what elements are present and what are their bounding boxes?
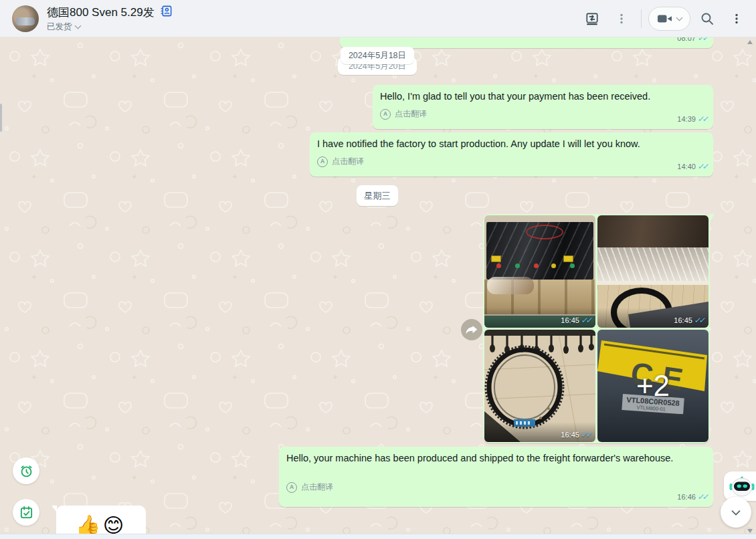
translate-label: 点击翻译 <box>332 155 364 168</box>
translate-label: 点击翻译 <box>395 108 427 120</box>
video-camera-icon <box>657 13 673 24</box>
message-time: 16:45 <box>561 316 579 324</box>
read-receipt-icon <box>580 316 591 325</box>
read-receipt-icon <box>696 37 708 45</box>
video-call-button[interactable] <box>648 7 690 31</box>
contact-avatar[interactable] <box>12 5 39 32</box>
translate-button[interactable]: 点击翻译 <box>317 155 364 168</box>
message-text: I have notified the factory to start pro… <box>317 138 706 150</box>
chevron-down-icon <box>74 23 81 29</box>
scrollbar-up-arrow[interactable] <box>747 40 753 44</box>
robot-icon <box>729 475 755 497</box>
date-separator-sticky: 2024年5月18日 <box>341 47 414 64</box>
main-menu-button[interactable] <box>724 6 749 31</box>
chat-status-label: 已发货 <box>47 21 72 33</box>
translate-button[interactable]: 点击翻译 <box>286 481 333 494</box>
translate-icon <box>380 109 391 120</box>
message-time: 08:07 <box>677 37 696 45</box>
chevron-down-icon <box>676 14 683 21</box>
assistant-robot-button[interactable] <box>724 471 756 501</box>
transfer-chat-button[interactable] <box>579 6 605 31</box>
message-bubble: I have notified the factory to start pro… <box>310 132 713 177</box>
search-button[interactable] <box>694 6 720 31</box>
translate-icon <box>286 482 297 493</box>
read-receipt-icon <box>696 160 708 173</box>
schedule-calendar-button[interactable] <box>13 499 39 526</box>
forward-message-button[interactable] <box>461 319 482 340</box>
message-list: 08:07 2024年5月20日 2024年5月18日 Hello, I'm g… <box>0 37 756 539</box>
chat-title: 德国800 Sven 5.29发 <box>47 5 155 20</box>
photo-thumbnail-machine[interactable]: 16:45 <box>484 215 595 328</box>
read-receipt-icon <box>696 491 708 504</box>
image-album-message: 16:45 16:45 <box>483 214 710 443</box>
message-text: Hello, I'm glad to tell you that your pa… <box>380 90 706 103</box>
forward-arrow-icon <box>466 324 478 335</box>
secondary-menu-button[interactable] <box>609 6 634 31</box>
read-receipt-icon <box>693 316 704 325</box>
message-time: 16:46 <box>677 491 696 504</box>
contact-info[interactable]: 德国800 Sven 5.29发 已发货 <box>47 5 173 33</box>
message-bubble: Hello, I'm glad to tell you that your pa… <box>373 85 713 129</box>
translate-button[interactable]: 点击翻译 <box>380 108 427 120</box>
scrollbar-down-arrow[interactable] <box>747 529 753 533</box>
translate-icon <box>317 156 328 167</box>
more-photos-overlay[interactable]: +2 <box>597 330 708 442</box>
read-receipt-icon <box>696 113 708 126</box>
chat-header: 德国800 Sven 5.29发 已发货 <box>0 0 756 37</box>
header-actions <box>579 6 749 31</box>
composer-top-edge <box>0 534 756 539</box>
header-divider <box>641 9 642 28</box>
translate-label: 点击翻译 <box>301 481 333 494</box>
message-text: Hello, your machine has been produced an… <box>286 452 706 465</box>
contact-card-icon[interactable] <box>160 5 173 20</box>
chat-status-dropdown[interactable]: 已发货 <box>47 21 173 33</box>
message-time: 14:39 <box>677 113 696 126</box>
date-separator-weekday: 星期三 <box>357 185 398 206</box>
bubble-tail <box>709 214 715 223</box>
message-time: 16:45 <box>561 431 579 439</box>
message-time: 16:45 <box>674 316 692 324</box>
panel-resize-handle[interactable] <box>0 104 2 132</box>
whatsapp-chat-window: 德国800 Sven 5.29发 已发货 <box>0 0 756 539</box>
scroll-to-bottom-button[interactable] <box>721 497 751 528</box>
read-receipt-icon <box>580 430 591 439</box>
message-time: 14:40 <box>677 160 696 173</box>
photo-thumbnail-belt[interactable]: 16:45 <box>484 330 595 442</box>
message-bubble: Hello, your machine has been produced an… <box>279 447 713 507</box>
reminder-clock-button[interactable] <box>13 457 39 484</box>
chevron-down-icon <box>729 505 743 520</box>
photo-thumbnail-ring[interactable]: 16:45 <box>597 215 708 328</box>
photo-thumbnail-ce-label[interactable]: CE VTL08C0R0528 VTLM800-01 +2 <box>597 330 708 442</box>
